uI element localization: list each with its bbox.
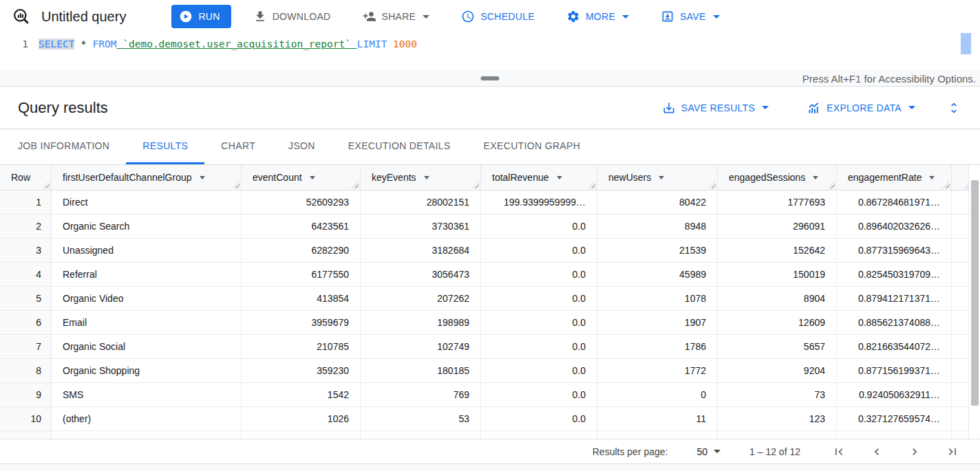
cell-totalrevenue: 0.0	[481, 287, 597, 310]
column-header-keyevents[interactable]: keyEvents	[361, 165, 481, 190]
sql-code-line[interactable]: SELECT * FROM `demo.demoset.user_acquisi…	[39, 33, 417, 71]
sql-keyword-select: SELECT	[39, 39, 74, 50]
cell-totalrevenue: 0.0	[481, 215, 597, 238]
column-header-firstuserdefaultchannelgroup[interactable]: firstUserDefaultChannelGroup	[52, 165, 242, 190]
save-results-button[interactable]: SAVE RESULTS	[655, 96, 776, 120]
expand-panel-button[interactable]	[943, 96, 965, 120]
tab-results[interactable]: RESULTS	[126, 129, 204, 164]
cell-keyevents: 207262	[361, 287, 481, 310]
column-resize-handle[interactable]	[352, 182, 359, 188]
cell-engagedsessions: 152642	[718, 239, 837, 262]
tab-execution-details[interactable]: EXECUTION DETAILS	[332, 129, 467, 164]
row-number-cell: 11	[0, 431, 52, 439]
save-button[interactable]: SAVE	[654, 4, 727, 29]
cell-newusers: 1786	[597, 335, 718, 358]
cell-totalrevenue: 0.0	[481, 407, 597, 430]
cell-totalrevenue: 0.0	[481, 359, 597, 382]
column-header-engagedsessions[interactable]: engagedSessions	[718, 165, 837, 190]
chevron-down-icon	[622, 15, 629, 19]
query-results-header: Query results SAVE RESULTS EXPLORE DATA	[0, 87, 980, 129]
table-row: 8Organic Shopping3592301801850.017729204…	[0, 359, 980, 383]
cell-keyevents: 53	[361, 407, 481, 430]
table-row: 5Organic Video4138542072620.0107889040.8…	[0, 287, 980, 311]
column-menu-caret-icon[interactable]	[929, 176, 935, 179]
cell-firstuserdefaultchannelgroup: Direct	[52, 190, 242, 214]
row-number-cell: 10	[0, 407, 52, 430]
first-page-button[interactable]	[832, 445, 846, 459]
column-header-totalrevenue[interactable]: totalRevenue	[481, 165, 597, 190]
cell-keyevents: 198989	[361, 311, 481, 334]
column-resize-handle[interactable]	[943, 182, 950, 188]
run-button[interactable]: RUN	[171, 5, 231, 28]
cell-newusers: 21539	[597, 239, 718, 262]
download-button[interactable]: DOWNLOAD	[246, 4, 338, 29]
cell-newusers: 11	[597, 407, 718, 430]
column-header-engagementrate[interactable]: engagementRate	[837, 165, 952, 190]
cell-keyevents: 102749	[361, 335, 481, 358]
sql-editor[interactable]: 1 SELECT * FROM `demo.demoset.user_acqui…	[0, 33, 980, 71]
chevron-left-button[interactable]	[870, 445, 884, 459]
column-resize-handle[interactable]	[43, 182, 50, 188]
column-header-row[interactable]: Row	[0, 165, 52, 190]
column-menu-caret-icon[interactable]	[424, 176, 429, 179]
cell-engagementrate: 0.877315969643…	[837, 239, 952, 262]
cell-keyevents: 3056473	[361, 263, 481, 286]
tab-chart[interactable]: CHART	[204, 129, 272, 164]
schedule-button[interactable]: SCHEDULE	[454, 4, 542, 29]
download-icon	[253, 10, 267, 23]
column-menu-caret-icon[interactable]	[813, 176, 818, 179]
column-menu-caret-icon[interactable]	[310, 176, 315, 179]
cell-firstuserdefaultchannelgroup: Organic Search	[52, 215, 242, 238]
column-menu-caret-icon[interactable]	[557, 176, 562, 179]
column-resize-handle[interactable]	[828, 182, 835, 188]
page-range-text: 1 – 12 of 12	[749, 446, 800, 457]
splitter-drag-handle[interactable]	[481, 76, 500, 80]
column-resize-handle[interactable]	[588, 182, 595, 188]
column-header-eventcount[interactable]: eventCount	[242, 165, 361, 190]
column-label: engagementRate	[848, 172, 922, 183]
tab-execution-graph[interactable]: EXECUTION GRAPH	[467, 129, 597, 164]
grid-header-row: RowfirstUserDefaultChannelGroupeventCoun…	[0, 165, 980, 190]
row-number-cell: 4	[0, 263, 52, 286]
table-row: 11Paid Social9371340.0261.0	[0, 431, 980, 439]
cell-eventcount: 210785	[242, 335, 361, 358]
cell-eventcount: 937	[242, 431, 361, 439]
editor-scrollbar-thumb[interactable]	[961, 33, 971, 54]
grid-scrollbar-thumb[interactable]	[971, 180, 979, 406]
cell-eventcount: 1542	[242, 383, 361, 406]
cell-eventcount: 1026	[242, 407, 361, 430]
query-toolbar: Untitled query RUN DOWNLOAD SHARE SCHEDU…	[0, 0, 980, 33]
chevron-right-button[interactable]	[908, 445, 922, 459]
cell-engagedsessions: 6	[718, 431, 837, 439]
first-page-icon	[832, 445, 846, 459]
table-row: 3Unassigned628229031826840.0215391526420…	[0, 239, 980, 263]
tab-job-information[interactable]: JOB INFORMATION	[1, 129, 126, 164]
grid-scrollbar-track	[968, 165, 980, 439]
column-menu-caret-icon[interactable]	[659, 176, 664, 179]
bottom-status-strip	[0, 463, 980, 471]
sql-table-reference[interactable]: `demo.demoset.user_acquisition_report`	[117, 39, 357, 50]
cell-newusers: 0	[597, 383, 718, 406]
cell-totalrevenue: 0.0	[481, 239, 597, 262]
page-size-select[interactable]: 50	[696, 446, 721, 457]
share-button[interactable]: SHARE	[356, 4, 437, 29]
bigquery-query-icon	[12, 8, 31, 26]
cell-engagementrate: 0.327127659574…	[837, 407, 952, 430]
column-resize-handle[interactable]	[472, 182, 479, 188]
tab-json[interactable]: JSON	[272, 129, 332, 164]
explore-data-button[interactable]: EXPLORE DATA	[800, 96, 922, 120]
column-resize-handle[interactable]	[709, 182, 716, 188]
column-label: keyEvents	[372, 172, 416, 183]
cell-eventcount: 413854	[242, 287, 361, 310]
more-button[interactable]: MORE	[560, 4, 636, 29]
last-page-button[interactable]	[946, 445, 959, 459]
editor-footer-strip: Press Alt+F1 for Accessibility Options.	[0, 71, 980, 87]
play-circle-icon	[179, 10, 193, 23]
column-resize-handle[interactable]	[233, 182, 239, 188]
table-row: 10(other)1026530.0111230.327127659574…	[0, 407, 980, 431]
cell-firstuserdefaultchannelgroup: (other)	[52, 407, 242, 430]
accessibility-hint: Press Alt+F1 for Accessibility Options.	[802, 73, 976, 85]
column-header-newusers[interactable]: newUsers	[597, 165, 718, 190]
cell-firstuserdefaultchannelgroup: Organic Video	[52, 287, 242, 310]
column-menu-caret-icon[interactable]	[200, 176, 205, 179]
